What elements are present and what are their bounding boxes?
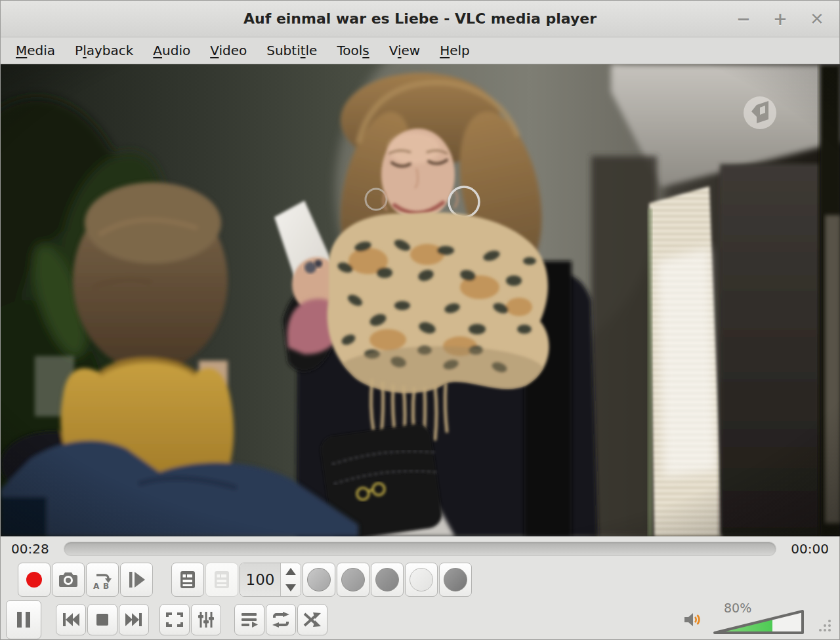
stop-button[interactable] <box>87 604 117 635</box>
loop-icon <box>272 611 290 628</box>
teletext-transparency-button[interactable] <box>205 563 238 597</box>
ab-loop-button[interactable]: A B <box>86 563 119 597</box>
resize-grip[interactable] <box>817 618 833 636</box>
speaker-icon <box>683 611 702 628</box>
arrow-up-icon <box>285 568 296 575</box>
record-button[interactable] <box>18 563 51 597</box>
arrow-down-icon <box>285 584 296 591</box>
menu-tools[interactable]: Tools <box>327 39 379 62</box>
playlist-icon <box>241 612 258 628</box>
toolbar-row-1: A B <box>1 561 839 598</box>
menu-playback[interactable]: Playback <box>65 39 143 62</box>
svg-text:A: A <box>93 582 100 590</box>
window-title: Auf einmal war es Liebe - VLC media play… <box>1 10 839 27</box>
teletext-page-value[interactable]: 100 <box>240 563 281 596</box>
key-circle-icon <box>375 568 399 591</box>
resize-grip-icon <box>817 618 833 633</box>
spin-down-button[interactable] <box>281 580 301 596</box>
teletext-page-spinbox[interactable]: 100 <box>240 563 301 597</box>
toolbar-row-2: 80% <box>1 598 839 640</box>
record-icon <box>25 570 43 589</box>
teletext-transparency-icon <box>214 570 230 589</box>
menu-help[interactable]: Help <box>430 39 480 62</box>
video-scene <box>1 64 840 536</box>
speaker-button[interactable] <box>683 611 702 631</box>
total-time: 00:00 <box>787 541 829 557</box>
teletext-key-button-3[interactable] <box>371 563 404 597</box>
previous-icon <box>62 612 80 628</box>
snapshot-button[interactable] <box>52 563 85 597</box>
menu-media[interactable]: Media <box>6 39 65 62</box>
close-button[interactable]: ✕ <box>804 6 830 32</box>
ard-watermark-logo <box>744 96 776 129</box>
menu-subtitle[interactable]: Subtitle <box>257 39 327 62</box>
frame-by-frame-icon <box>127 571 146 588</box>
extended-settings-button[interactable] <box>191 604 221 635</box>
window-controls: − + ✕ <box>730 1 830 37</box>
frame-by-frame-button[interactable] <box>120 563 153 597</box>
key-circle-icon <box>444 568 467 591</box>
volume-percent-label: 80% <box>724 601 751 615</box>
spin-up-button[interactable] <box>281 563 301 580</box>
teletext-key-button-2[interactable] <box>337 563 369 597</box>
menu-video[interactable]: Video <box>200 39 257 62</box>
volume-slider[interactable]: 80% <box>709 603 808 636</box>
window-titlebar: Auf einmal war es Liebe - VLC media play… <box>1 1 839 37</box>
elapsed-time: 00:28 <box>11 541 53 557</box>
playlist-button[interactable] <box>234 604 264 635</box>
key-circle-icon <box>410 568 433 591</box>
key-circle-icon <box>341 568 365 591</box>
fullscreen-button[interactable] <box>159 604 190 635</box>
maximize-button[interactable]: + <box>767 6 793 32</box>
equalizer-icon <box>198 611 215 628</box>
svg-text:B: B <box>103 582 109 590</box>
shuffle-button[interactable] <box>297 604 327 635</box>
stop-icon <box>96 613 109 626</box>
ab-loop-icon: A B <box>93 570 112 590</box>
teletext-button[interactable] <box>171 563 204 597</box>
next-icon <box>125 612 143 628</box>
teletext-key-button-1[interactable] <box>303 563 335 597</box>
teletext-key-button-5[interactable] <box>439 563 472 597</box>
volume-cluster: 80% <box>683 598 837 640</box>
pause-icon <box>15 610 32 629</box>
menu-view[interactable]: View <box>379 39 430 62</box>
menubar: Media Playback Audio Video Subtitle Tool… <box>1 37 839 64</box>
next-button[interactable] <box>119 604 149 635</box>
previous-button[interactable] <box>56 604 86 635</box>
teletext-icon <box>180 570 196 589</box>
pause-button[interactable] <box>6 600 41 639</box>
video-frame[interactable] <box>1 64 839 536</box>
shuffle-icon <box>303 611 322 628</box>
teletext-key-button-4[interactable] <box>405 563 438 597</box>
minimize-button[interactable]: − <box>730 6 757 32</box>
key-circle-icon <box>307 568 331 591</box>
loop-button[interactable] <box>266 604 296 635</box>
seek-row: 00:28 00:00 <box>1 536 839 561</box>
seek-slider[interactable] <box>64 542 776 556</box>
spinbox-arrows <box>281 563 301 596</box>
menu-audio[interactable]: Audio <box>143 39 200 62</box>
fullscreen-icon <box>166 611 183 628</box>
vlc-window: Auf einmal war es Liebe - VLC media play… <box>0 0 840 640</box>
camera-icon <box>58 571 78 588</box>
